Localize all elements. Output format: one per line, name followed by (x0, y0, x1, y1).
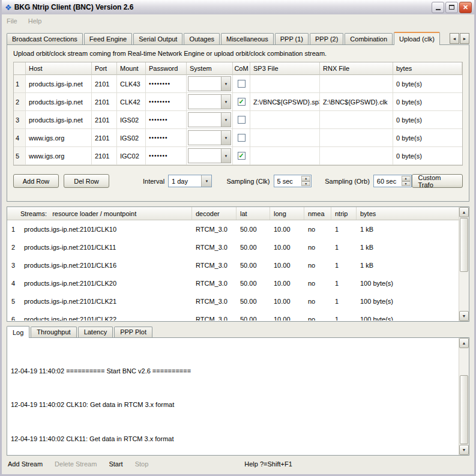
chevron-up-icon[interactable]: ▲ (402, 176, 411, 181)
tab-scroll-right-icon[interactable]: ► (460, 33, 469, 44)
stream-row[interactable]: 5 products.igs-ip.net:2101/CLK21 RTCM_3.… (7, 292, 469, 310)
tab-scroll-left-icon[interactable]: ◄ (450, 33, 459, 44)
system-combo[interactable]: ▼ (187, 111, 233, 129)
tab[interactable]: Upload (clk) (394, 32, 440, 45)
sp3-file-cell[interactable] (250, 75, 320, 93)
bottom-tab[interactable]: PPP Plot (114, 327, 152, 337)
mount-cell[interactable]: CLK43 (117, 75, 146, 93)
scroll-down-icon[interactable]: ▼ (459, 445, 469, 455)
row-number: 3 (14, 111, 26, 129)
sp3-file-cell[interactable] (250, 147, 320, 165)
chevron-down-icon[interactable]: ▼ (301, 181, 310, 187)
rnx-file-cell[interactable] (320, 111, 393, 129)
rnx-file-cell[interactable] (320, 75, 393, 93)
stream-row[interactable]: 6 products.igs-ip.net:2101/CLK22 RTCM_3.… (7, 310, 469, 321)
rnx-file-cell[interactable] (320, 147, 393, 165)
add-row-button[interactable]: Add Row (13, 174, 59, 188)
scroll-up-icon[interactable]: ▲ (459, 207, 469, 217)
chevron-up-icon[interactable]: ▲ (301, 176, 310, 181)
system-combo[interactable]: ▼ (187, 93, 233, 111)
log-scrollbar[interactable]: ▲ ▼ (459, 338, 469, 455)
host-cell[interactable]: products.igs-ip.net (26, 75, 92, 93)
stream-row[interactable]: 1 products.igs-ip.net:2101/CLK10 RTCM_3.… (7, 220, 469, 238)
tab[interactable]: PPP (2) (310, 33, 343, 44)
chevron-down-icon[interactable]: ▼ (221, 131, 230, 145)
start-action[interactable]: Start (109, 460, 122, 468)
tab[interactable]: Miscellaneous (221, 33, 274, 44)
stop-action[interactable]: Stop (135, 460, 149, 468)
com-checkbox[interactable] (238, 116, 246, 124)
mount-cell[interactable]: IGS02 (117, 111, 146, 129)
mount-cell[interactable]: CLK42 (117, 93, 146, 111)
scroll-down-icon[interactable]: ▼ (459, 311, 469, 321)
custom-trafo-button[interactable]: Custom Trafo (412, 174, 463, 188)
interval-combo[interactable]: 1 day ▼ (168, 175, 212, 187)
delete-stream-action[interactable]: Delete Stream (55, 460, 97, 468)
port-cell[interactable]: 2101 (92, 147, 117, 165)
system-combo[interactable]: ▼ (187, 147, 233, 165)
port-cell[interactable]: 2101 (92, 111, 117, 129)
password-cell[interactable]: ••••••• (146, 147, 187, 165)
rnx-file-cell[interactable] (320, 129, 393, 147)
bottom-tab[interactable]: Throughput (31, 327, 76, 337)
tab[interactable]: Combination (345, 33, 393, 44)
streams-scrollbar[interactable]: ▲ ▼ (459, 207, 469, 321)
mount-cell[interactable]: IGS02 (117, 129, 146, 147)
sp3-file-cell[interactable] (250, 129, 320, 147)
sampling-orb-spinner[interactable]: 60 sec ▲ ▼ (373, 175, 412, 187)
com-checkbox[interactable] (238, 98, 246, 106)
scrollbar-thumb[interactable] (460, 218, 468, 272)
host-cell[interactable]: www.igs.org (26, 147, 92, 165)
mount-cell[interactable]: IGC02 (117, 147, 146, 165)
maximize-button[interactable] (445, 2, 458, 13)
sampling-clk-spinner[interactable]: 5 sec ▲ ▼ (274, 175, 312, 187)
menu-item[interactable]: Help (28, 17, 42, 25)
tab[interactable]: Broadcast Corrections (7, 33, 83, 44)
sp3-file-cell[interactable] (250, 111, 320, 129)
tab-label: Outages (189, 35, 214, 43)
scroll-up-icon[interactable]: ▲ (459, 338, 469, 348)
tab[interactable]: Feed Engine (84, 33, 132, 44)
system-combo[interactable]: ▼ (187, 129, 233, 147)
chevron-down-icon[interactable]: ▼ (221, 149, 230, 163)
tab[interactable]: PPP (1) (275, 33, 309, 44)
chevron-down-icon[interactable]: ▼ (201, 175, 211, 187)
tab[interactable]: Serial Output (133, 33, 182, 44)
bottom-tab[interactable]: Latency (78, 327, 113, 337)
chevron-down-icon[interactable]: ▼ (402, 181, 411, 187)
sp3-file-cell[interactable]: Z:\/BNC${GPSWD}.sp3 (250, 93, 320, 111)
host-cell[interactable]: products.igs-ip.net (26, 111, 92, 129)
stream-long: 10.00 (270, 244, 304, 251)
tab[interactable]: Outages (184, 33, 220, 44)
scrollbar-thumb[interactable] (460, 375, 468, 444)
rnx-file-cell[interactable]: Z:\BNC${GPSWD}.clk (320, 93, 393, 111)
chevron-down-icon[interactable]: ▼ (221, 77, 230, 91)
password-cell[interactable]: ••••••• (146, 111, 187, 129)
del-row-button[interactable]: Del Row (64, 174, 109, 188)
menu-item[interactable]: File (7, 17, 17, 25)
password-cell[interactable]: •••••••• (146, 93, 187, 111)
host-cell[interactable]: www.igs.org (26, 129, 92, 147)
password-cell[interactable]: •••••••• (146, 75, 187, 93)
stream-row-number: 5 (7, 298, 20, 305)
add-stream-action[interactable]: Add Stream (8, 460, 43, 468)
com-checkbox[interactable] (238, 152, 246, 160)
chevron-down-icon[interactable]: ▼ (221, 113, 230, 127)
upload-table-body: 1 products.igs-ip.net 2101 CLK43 •••••••… (14, 75, 462, 165)
password-cell[interactable]: ••••••• (146, 129, 187, 147)
system-combo[interactable]: ▼ (187, 75, 233, 93)
stream-row[interactable]: 2 products.igs-ip.net:2101/CLK11 RTCM_3.… (7, 238, 469, 256)
minimize-button[interactable] (432, 2, 444, 13)
port-cell[interactable]: 2101 (92, 129, 117, 147)
title-bar[interactable]: ❖ BKG Ntrip Client (BNC) Version 2.6 ✕ (2, 0, 474, 14)
host-cell[interactable]: products.igs-ip.net (26, 93, 92, 111)
com-checkbox[interactable] (238, 134, 246, 142)
stream-row[interactable]: 4 products.igs-ip.net:2101/CLK20 RTCM_3.… (7, 274, 469, 292)
close-button[interactable]: ✕ (459, 2, 472, 13)
com-checkbox[interactable] (238, 80, 246, 88)
stream-row[interactable]: 3 products.igs-ip.net:2101/CLK16 RTCM_3.… (7, 256, 469, 274)
bottom-tab[interactable]: Log (7, 326, 29, 338)
chevron-down-icon[interactable]: ▼ (221, 95, 230, 109)
port-cell[interactable]: 2101 (92, 93, 117, 111)
port-cell[interactable]: 2101 (92, 75, 117, 93)
